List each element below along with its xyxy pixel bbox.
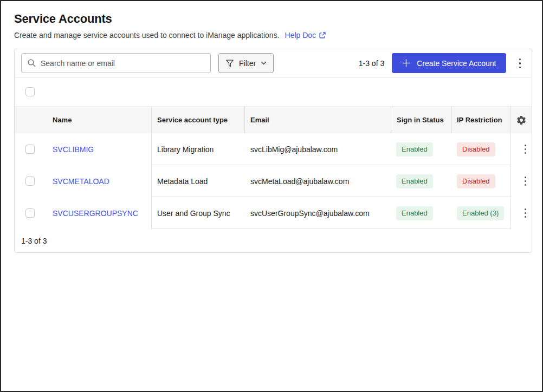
column-divider <box>510 107 511 229</box>
toolbar: Filter 1-3 of 3 Create Service Account <box>15 49 532 78</box>
row-menu-icon[interactable] <box>520 173 531 189</box>
column-divider <box>151 107 152 229</box>
help-doc-link[interactable]: Help Doc <box>285 31 327 40</box>
account-type: Library Migration <box>151 133 244 165</box>
row-checkbox[interactable] <box>25 177 35 186</box>
filter-icon <box>225 59 234 68</box>
account-email: svcUserGroupSync@ajubalaw.com <box>244 197 391 229</box>
select-all-row <box>15 78 532 107</box>
service-accounts-page: Service Accounts Create and manage servi… <box>0 0 543 392</box>
plus-icon <box>402 58 411 68</box>
pagination-range: 1-3 of 3 <box>359 59 384 68</box>
ip-restriction-badge: Disabled <box>457 142 495 156</box>
row-checkbox[interactable] <box>25 145 35 154</box>
account-email: svcMetaLoad@ajubalaw.com <box>244 165 391 197</box>
service-accounts-table: Name Service account type Email Sign in … <box>15 107 532 229</box>
external-link-icon <box>319 31 326 39</box>
row-checkbox[interactable] <box>25 208 35 218</box>
account-email: svcLibMig@ajubalaw.com <box>244 133 391 165</box>
page-subtitle: Create and manage service accounts used … <box>14 31 280 40</box>
filter-label: Filter <box>239 59 256 68</box>
account-name-link[interactable]: SVCUSERGROUPSYNC <box>53 209 138 218</box>
column-header-type: Service account type <box>151 107 244 133</box>
row-menu-icon[interactable] <box>520 205 531 221</box>
column-settings-gear-icon[interactable] <box>516 115 527 126</box>
table-footer-range: 1-3 of 3 <box>21 237 47 245</box>
create-button-label: Create Service Account <box>417 59 496 68</box>
column-header-ip-restriction: IP Restriction <box>451 107 510 133</box>
service-accounts-panel: Filter 1-3 of 3 Create Service Account <box>14 49 532 253</box>
sign-in-status-badge: Enabled <box>396 142 433 156</box>
table-row: SVCMETALOAD Metadata Load svcMetaLoad@aj… <box>15 165 532 197</box>
search-icon <box>27 58 36 68</box>
sign-in-status-badge: Enabled <box>396 174 433 188</box>
select-all-checkbox[interactable] <box>25 87 35 96</box>
table-row: SVCUSERGROUPSYNC User and Group Sync svc… <box>15 197 532 229</box>
account-type: User and Group Sync <box>151 197 244 229</box>
column-header-sign-in-status: Sign in Status <box>391 107 451 133</box>
filter-button[interactable]: Filter <box>218 53 274 73</box>
page-title: Service Accounts <box>14 12 529 26</box>
header-checkbox-spacer <box>15 107 53 133</box>
table-row: SVCLIBMIG Library Migration svcLibMig@aj… <box>15 133 532 165</box>
create-service-account-button[interactable]: Create Service Account <box>392 53 506 73</box>
search-input[interactable] <box>41 59 205 68</box>
ip-restriction-badge: Disabled <box>457 174 495 188</box>
toolbar-menu-icon[interactable] <box>515 55 526 72</box>
table-header-row: Name Service account type Email Sign in … <box>15 107 532 133</box>
row-menu-icon[interactable] <box>520 141 531 157</box>
table-footer: 1-3 of 3 <box>15 229 532 252</box>
account-name-link[interactable]: SVCMETALOAD <box>53 177 109 186</box>
account-type: Metadata Load <box>151 165 244 197</box>
help-doc-label: Help Doc <box>285 31 316 40</box>
column-header-email: Email <box>244 107 391 133</box>
page-header: Service Accounts Create and manage servi… <box>1 1 542 40</box>
ip-restriction-badge: Enabled (3) <box>457 206 504 220</box>
search-box <box>21 53 211 73</box>
chevron-down-icon <box>261 61 267 65</box>
sign-in-status-badge: Enabled <box>396 206 433 220</box>
account-name-link[interactable]: SVCLIBMIG <box>53 145 94 154</box>
column-header-name: Name <box>53 107 151 133</box>
